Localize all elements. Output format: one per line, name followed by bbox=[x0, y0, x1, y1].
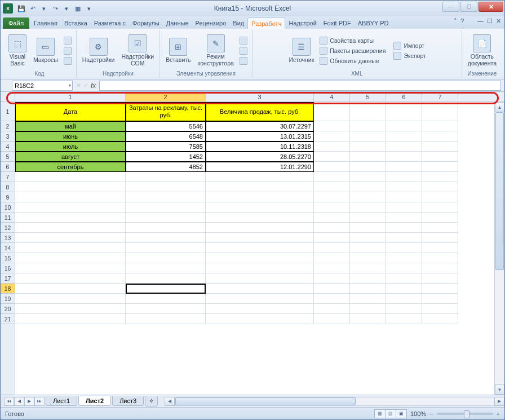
cell[interactable] bbox=[126, 182, 206, 192]
cell[interactable] bbox=[386, 253, 422, 263]
cell[interactable] bbox=[314, 273, 350, 284]
cell[interactable] bbox=[126, 233, 206, 243]
cell[interactable] bbox=[386, 233, 422, 243]
cell[interactable] bbox=[386, 202, 422, 213]
tab-addins[interactable]: Надстрой bbox=[285, 17, 320, 29]
cell[interactable] bbox=[126, 284, 206, 294]
cell[interactable] bbox=[206, 223, 314, 233]
cell[interactable] bbox=[314, 172, 350, 182]
row-header-1[interactable]: 1 bbox=[1, 102, 15, 121]
cell[interactable] bbox=[314, 284, 350, 294]
cell[interactable] bbox=[422, 273, 458, 284]
tab-nav-next[interactable]: ▶ bbox=[24, 397, 34, 406]
macros-button[interactable]: ▭ Макросы bbox=[31, 37, 60, 65]
cell[interactable] bbox=[206, 304, 314, 314]
expansion-packs-button[interactable]: Пакеты расширения bbox=[318, 46, 387, 55]
sheet-tab-2[interactable]: Лист2 bbox=[78, 396, 111, 406]
cell[interactable] bbox=[422, 294, 458, 304]
cell[interactable] bbox=[314, 142, 350, 152]
cell[interactable] bbox=[15, 263, 126, 273]
cell[interactable] bbox=[386, 131, 422, 142]
row-header[interactable]: 9 bbox=[1, 192, 15, 202]
cell[interactable] bbox=[15, 284, 126, 294]
cell-cost[interactable]: 4852 bbox=[126, 162, 206, 172]
cell[interactable] bbox=[206, 172, 314, 182]
cell-cost[interactable]: 5546 bbox=[126, 121, 206, 131]
cell[interactable] bbox=[126, 273, 206, 284]
view-code-button[interactable] bbox=[238, 46, 249, 55]
cell[interactable] bbox=[314, 131, 350, 142]
tab-data[interactable]: Данные bbox=[163, 17, 192, 29]
cell[interactable] bbox=[350, 172, 386, 182]
row-header[interactable]: 6 bbox=[1, 162, 15, 172]
ribbon-minimize-icon[interactable]: ˄ bbox=[454, 17, 457, 25]
cell[interactable] bbox=[314, 182, 350, 192]
cell[interactable] bbox=[422, 142, 458, 152]
cell[interactable] bbox=[350, 142, 386, 152]
cell[interactable] bbox=[422, 263, 458, 273]
row-header[interactable]: 4 bbox=[1, 142, 15, 152]
cell[interactable] bbox=[386, 304, 422, 314]
wb-min-icon[interactable]: — bbox=[477, 17, 484, 25]
cell[interactable] bbox=[422, 243, 458, 253]
cell[interactable] bbox=[126, 314, 206, 324]
tab-abbyy[interactable]: ABBYY PD bbox=[355, 17, 392, 29]
cell[interactable] bbox=[386, 102, 422, 121]
tab-home[interactable]: Главная bbox=[30, 17, 61, 29]
scroll-up-button[interactable]: ▲ bbox=[495, 102, 504, 112]
vscroll-thumb[interactable] bbox=[495, 112, 504, 270]
scroll-right-button[interactable]: ▶ bbox=[494, 397, 504, 406]
cell[interactable] bbox=[126, 253, 206, 263]
sheet-tab-3[interactable]: Лист3 bbox=[112, 396, 144, 406]
cell[interactable] bbox=[126, 172, 206, 182]
visual-basic-button[interactable]: ⬚ Visual Basic bbox=[6, 33, 29, 68]
cell[interactable] bbox=[422, 102, 458, 121]
cell-date[interactable]: август bbox=[15, 152, 126, 162]
cell[interactable] bbox=[314, 304, 350, 314]
minimize-button[interactable]: — bbox=[442, 2, 459, 12]
cell[interactable] bbox=[314, 202, 350, 213]
cell[interactable] bbox=[350, 294, 386, 304]
cell[interactable] bbox=[126, 294, 206, 304]
cell[interactable] bbox=[314, 294, 350, 304]
fx-icon[interactable]: fx bbox=[91, 82, 96, 90]
cell[interactable] bbox=[314, 152, 350, 162]
scroll-left-button[interactable]: ◀ bbox=[165, 397, 175, 406]
cell[interactable] bbox=[386, 314, 422, 324]
row-header[interactable]: 2 bbox=[1, 121, 15, 131]
cell[interactable] bbox=[206, 263, 314, 273]
cell[interactable] bbox=[350, 253, 386, 263]
view-pagelayout-button[interactable]: ▤ bbox=[385, 409, 396, 418]
cell-date[interactable]: июль bbox=[15, 142, 126, 152]
cell[interactable] bbox=[314, 223, 350, 233]
cell[interactable] bbox=[386, 223, 422, 233]
tab-pagelayout[interactable]: Разметка с bbox=[91, 17, 129, 29]
qat-undo-icon[interactable]: ↶ bbox=[28, 3, 38, 14]
cell[interactable] bbox=[350, 263, 386, 273]
row-header[interactable]: 5 bbox=[1, 152, 15, 162]
addins-button[interactable]: ⚙ Надстройки bbox=[80, 37, 117, 65]
cell[interactable] bbox=[350, 131, 386, 142]
cell[interactable] bbox=[15, 253, 126, 263]
row-header[interactable]: 14 bbox=[1, 243, 15, 253]
cell[interactable] bbox=[350, 192, 386, 202]
cell[interactable] bbox=[206, 213, 314, 223]
cell[interactable] bbox=[386, 152, 422, 162]
cell[interactable] bbox=[422, 172, 458, 182]
cell[interactable] bbox=[422, 162, 458, 172]
cell[interactable] bbox=[206, 202, 314, 213]
cell[interactable] bbox=[422, 131, 458, 142]
qat-dropdown2-icon[interactable]: ▾ bbox=[61, 3, 72, 14]
cell[interactable] bbox=[422, 304, 458, 314]
cell[interactable] bbox=[350, 243, 386, 253]
cell[interactable] bbox=[350, 182, 386, 192]
row-header[interactable]: 8 bbox=[1, 182, 15, 192]
cell[interactable] bbox=[422, 284, 458, 294]
cell[interactable] bbox=[350, 102, 386, 121]
cell[interactable] bbox=[350, 121, 386, 131]
cell[interactable] bbox=[386, 121, 422, 131]
relative-refs-button[interactable] bbox=[63, 46, 73, 55]
cell[interactable] bbox=[350, 162, 386, 172]
row-header[interactable]: 21 bbox=[1, 314, 15, 324]
cell[interactable] bbox=[386, 182, 422, 192]
